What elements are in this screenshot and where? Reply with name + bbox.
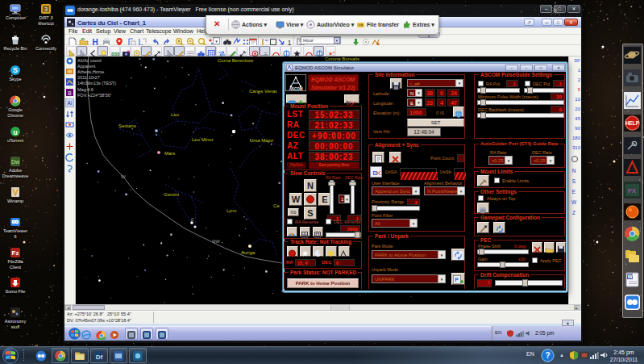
svg-text:HELP: HELP: [625, 120, 640, 126]
svg-text:Coma Berenices: Coma Berenices: [218, 58, 253, 63]
svg-text:Ursa Major: Ursa Major: [250, 138, 273, 143]
svg-text:Auriga: Auriga: [241, 250, 256, 255]
svg-text:β: β: [191, 217, 194, 222]
svg-text:Ai: Ai: [68, 100, 73, 106]
svg-text:S: S: [13, 66, 18, 74]
svg-text:FX: FX: [628, 187, 637, 195]
svg-text:Dw: Dw: [11, 159, 20, 165]
svg-text:Alt/Az coord: Alt/Az coord: [77, 58, 102, 63]
svg-text:FOV:+224°58'56": FOV:+224°58'56": [77, 93, 112, 98]
svg-text:Canes Venat: Canes Venat: [249, 89, 277, 94]
svg-text:Apparent: Apparent: [77, 64, 96, 69]
svg-text:W: W: [121, 174, 126, 179]
svg-text:Lynx: Lynx: [226, 208, 236, 213]
svg-text:Mag:4.6: Mag:4.6: [77, 87, 93, 92]
svg-text:3: 3: [44, 6, 48, 12]
svg-text:Leo: Leo: [171, 112, 180, 117]
svg-text:Leo Minor: Leo Minor: [192, 137, 214, 142]
svg-text:Mars: Mars: [164, 151, 175, 156]
svg-text:Athens,Home: Athens,Home: [77, 69, 104, 74]
svg-text:Sextans: Sextans: [118, 123, 136, 128]
svg-text:P: P: [455, 277, 459, 282]
svg-text:ASCOM: ASCOM: [289, 87, 303, 91]
svg-text:2011-10-27: 2011-10-27: [77, 75, 100, 80]
svg-text:D: D: [372, 170, 376, 176]
svg-text:Ca: Ca: [273, 203, 280, 208]
svg-text:Fz: Fz: [12, 249, 19, 257]
svg-text:u: u: [13, 128, 18, 136]
svg-text:?: ?: [545, 351, 550, 360]
svg-text:Gemini: Gemini: [164, 192, 179, 197]
svg-text:B: B: [68, 90, 71, 96]
svg-text:Df: Df: [96, 354, 103, 361]
svg-text:W: W: [627, 274, 633, 279]
svg-text:14h39m13s (TEST): 14h39m13s (TEST): [77, 81, 116, 86]
svg-text:NW: NW: [212, 239, 220, 244]
